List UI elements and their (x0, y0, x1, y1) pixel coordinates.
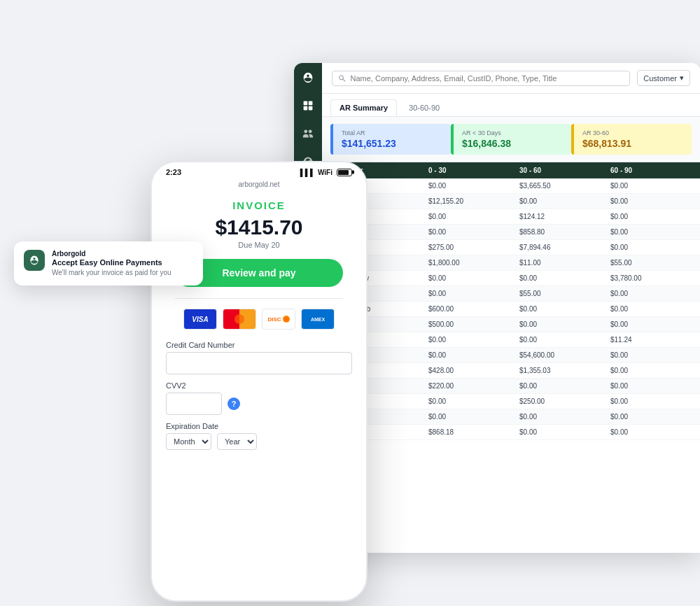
phone-content: INVOICE $1415.70 Due May 20 Review and p… (152, 192, 366, 464)
table-cell-10-3: $11.24 (610, 336, 700, 344)
tab-30-60-90[interactable]: 30-60-90 (400, 99, 449, 116)
total-ar-card: Total AR $141,651.23 (330, 124, 451, 155)
year-select[interactable]: Year (217, 433, 257, 450)
search-input[interactable] (350, 74, 624, 83)
col-header-30-60: 30 - 60 (519, 167, 610, 174)
cvv-input[interactable] (166, 393, 222, 415)
table-cell-16-1: $868.18 (428, 428, 519, 436)
table-cell-9-3: $0.00 (610, 320, 700, 328)
table-row[interactable]: ...Alma$0.00$0.00$0.00 (322, 409, 700, 425)
credit-card-label: Credit Card Number (166, 341, 352, 349)
ar-topbar: Customer ▾ (322, 63, 700, 94)
col-header-0-30: 0 - 30 (428, 167, 519, 174)
table-cell-5-3: $55.00 (610, 259, 700, 267)
phone-time: 2:23 (166, 168, 181, 176)
table-row[interactable]: ...Group Reb$600.00$0.00$0.00 (322, 302, 700, 317)
phone-status-bar: 2:23 ▌▌▌ WiFi (152, 162, 366, 179)
table-cell-0-1: $0.00 (428, 182, 519, 190)
table-cell-6-1: $0.00 (428, 274, 519, 282)
table-cell-4-1: $275.00 (428, 244, 519, 251)
customer-dropdown[interactable]: Customer ▾ (637, 70, 690, 86)
table-row[interactable]: Alessia Sco$868.18$0.00$0.00 (322, 425, 700, 440)
phone-mockup: 2:23 ▌▌▌ WiFi arborgold.net INVOICE $141… (150, 161, 368, 602)
table-cell-7-2: $55.00 (519, 290, 610, 297)
visa-icon: VISA (183, 309, 217, 330)
table-row[interactable]: ...Ruj$0.00$250.00$0.00 (322, 394, 700, 409)
table-cell-2-1: $0.00 (428, 213, 519, 220)
table-row[interactable]: ...andra$0.00$55.00$0.00 (322, 286, 700, 302)
customer-dropdown-label: Customer (643, 74, 677, 83)
wifi-icon: WiFi (318, 169, 332, 176)
table-cell-5-2: $11.00 (519, 259, 610, 267)
table-row[interactable]: ...ith ac$0.00$3,665.50$0.00 (322, 178, 700, 194)
invoice-amount: $1415.70 (215, 216, 302, 239)
col-header-60-90: 60 - 90 (610, 167, 700, 174)
svg-rect-3 (309, 106, 313, 111)
table-cell-8-1: $600.00 (428, 305, 519, 313)
table-cell-3-1: $0.00 (428, 228, 519, 236)
table-row[interactable]: ...Adams$0.00$124.12$0.00 (322, 209, 700, 225)
table-cell-2-3: $0.00 (610, 213, 700, 220)
table-cell-3-2: $858.80 (519, 228, 610, 236)
expiry-row: Month Year (166, 433, 352, 450)
table-cell-9-1: $500.00 (428, 320, 519, 328)
table-cell-6-2: $0.00 (519, 274, 610, 282)
table-cell-15-1: $0.00 (428, 413, 519, 421)
amex-icon: AMEX (301, 309, 335, 330)
table-row[interactable]: ...ranger$0.00$0.00$11.24 (322, 332, 700, 348)
table-row[interactable]: ...shnan$428.00$1,355.03$0.00 (322, 363, 700, 379)
total-ar-value: $141,651.23 (342, 138, 442, 149)
ar-3060-label: AR 30-60 (582, 129, 683, 136)
ar-main-content: Customer ▾ AR Summary 30-60-90 Total AR … (322, 63, 700, 553)
table-row[interactable]: ...Ahmed$275.00$7,894.46$0.00 (322, 240, 700, 255)
ar-3060-card: AR 30-60 $68,813.91 (571, 124, 692, 155)
credit-card-section: Credit Card Number (166, 341, 352, 381)
table-row[interactable]: ...iller$220.00$0.00$0.00 (322, 379, 700, 394)
search-bar[interactable] (332, 71, 630, 86)
table-row[interactable]: ...ore Shruti$1,800.00$11.00$55.00 (322, 255, 700, 271)
table-cell-14-3: $0.00 (610, 397, 700, 405)
status-icons: ▌▌▌ WiFi (300, 169, 352, 176)
table-cell-4-2: $7,894.46 (519, 244, 610, 251)
table-cell-12-1: $428.00 (428, 367, 519, 374)
invoice-label: INVOICE (232, 199, 286, 211)
table-cell-3-3: $0.00 (610, 228, 700, 236)
sidebar-people-icon[interactable] (300, 126, 316, 141)
tab-ar-summary[interactable]: AR Summary (330, 99, 397, 116)
table-cell-7-3: $0.00 (610, 290, 700, 297)
table-row[interactable]: ...Goldie$0.00$858.80$0.00 (322, 225, 700, 240)
notif-content: Arborgold Accept Easy Online Payments We… (52, 250, 172, 277)
mastercard-icon (223, 309, 256, 330)
cvv-section: CVV2 ? (166, 381, 352, 422)
month-select[interactable]: Month (166, 433, 211, 450)
phone-url-bar: arborgold.net (152, 179, 366, 192)
battery-icon (337, 169, 352, 176)
table-cell-4-3: $0.00 (610, 244, 700, 251)
arborgold-logo-icon (29, 255, 40, 266)
summary-cards: Total AR $141,651.23 AR < 30 Days $16,84… (322, 117, 700, 162)
ar-table-body: ...ith ac$0.00$3,665.50$0.00...c$12,155.… (322, 178, 700, 444)
ar-30-card: AR < 30 Days $16,846.38 (451, 124, 571, 155)
ar-30-label: AR < 30 Days (462, 129, 563, 136)
table-cell-15-2: $0.00 (519, 413, 610, 421)
expiry-section: Expiration Date Month Year (166, 422, 352, 450)
ar-30-value: $16,846.38 (462, 138, 563, 149)
table-cell-14-1: $0.00 (428, 397, 519, 405)
notif-app-name: Arborgold (52, 250, 172, 258)
help-icon[interactable]: ? (227, 397, 240, 410)
chevron-down-icon: ▾ (680, 73, 684, 83)
table-row[interactable]: ...a$500.00$0.00$0.00 (322, 317, 700, 332)
sidebar-logo-icon[interactable] (300, 70, 316, 85)
table-row[interactable]: ...Aeris$0.00$54,600.00$0.00 (322, 348, 700, 363)
table-cell-2-2: $124.12 (519, 213, 610, 220)
table-cell-10-2: $0.00 (519, 336, 610, 344)
cvv-row: ? (166, 393, 352, 415)
table-row[interactable]: ...c$12,155.20$0.00$0.00 (322, 194, 700, 209)
signal-icon: ▌▌▌ (300, 169, 315, 176)
table-cell-11-1: $0.00 (428, 351, 519, 359)
table-row[interactable]: ...ileen Brow$0.00$0.00$3,780.00 (322, 271, 700, 286)
credit-card-input[interactable] (166, 352, 352, 374)
sidebar-grid-icon[interactable] (300, 98, 316, 113)
table-cell-8-3: $0.00 (610, 305, 700, 313)
divider (175, 298, 342, 299)
